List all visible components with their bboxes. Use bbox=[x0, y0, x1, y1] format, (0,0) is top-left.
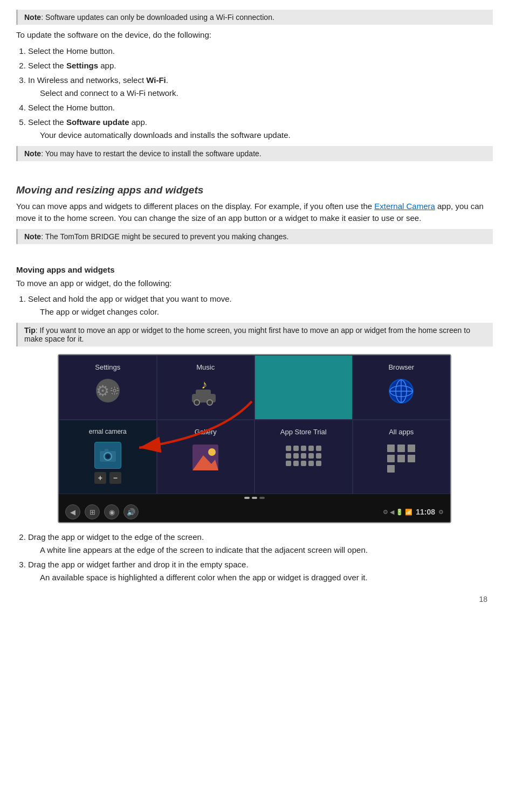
grid-cell-appstore: App Store Trial bbox=[254, 420, 353, 494]
dot-4 bbox=[308, 446, 314, 451]
music-label: Music bbox=[162, 363, 250, 371]
ind-dot-3 bbox=[259, 497, 265, 499]
update-intro: To update the software on the device, do… bbox=[16, 29, 493, 41]
dot-7 bbox=[293, 453, 299, 459]
restart-note: Note: You may have to restart the device… bbox=[16, 146, 493, 161]
restart-note-text: : You may have to restart the device to … bbox=[41, 149, 262, 158]
moving-apps-sub-heading: Moving apps and widgets bbox=[16, 265, 493, 274]
device-screenshot: Settings bbox=[58, 354, 451, 523]
restart-note-label: Note bbox=[24, 149, 41, 158]
svg-point-23 bbox=[106, 454, 110, 459]
status-extra: ⚙ bbox=[438, 509, 444, 516]
update-step-1: Select the Home button. bbox=[28, 45, 493, 58]
grid-cell-music: Music ♪ bbox=[157, 355, 255, 420]
grid-cell-allapps: All apps bbox=[353, 420, 451, 494]
grid-cell-settings: Settings bbox=[59, 355, 157, 420]
gallery-svg bbox=[192, 445, 218, 470]
wifi-note: Note: Software updates can only be downl… bbox=[16, 10, 493, 25]
home-btn[interactable]: ⊞ bbox=[85, 504, 100, 519]
allapps-icon bbox=[387, 445, 415, 473]
status-right: ⚙ ◀ 🔋 📶 11:08 ⚙ bbox=[383, 508, 444, 516]
svg-rect-3 bbox=[114, 386, 115, 388]
app-sq-3 bbox=[408, 445, 415, 452]
grid-cell-camera: ernal camera + − bbox=[59, 420, 157, 494]
browser-svg bbox=[389, 379, 414, 404]
app-sq-4 bbox=[387, 455, 395, 462]
dot-10 bbox=[316, 453, 321, 459]
music-icon: ♪ bbox=[189, 379, 222, 407]
dot-6 bbox=[286, 453, 291, 459]
appstore-label: App Store Trial bbox=[259, 428, 348, 436]
gallery-icon bbox=[192, 445, 218, 472]
tip-label: Tip bbox=[24, 326, 36, 335]
app-sq-7 bbox=[387, 465, 395, 473]
dot-12 bbox=[293, 461, 299, 466]
app-sq-9 bbox=[408, 465, 415, 473]
app-sq-8 bbox=[397, 465, 405, 473]
settings-icon bbox=[96, 379, 120, 402]
move-steps: Select and hold the app or widget that y… bbox=[28, 293, 493, 318]
svg-text:♪: ♪ bbox=[202, 379, 208, 391]
camera-icon bbox=[94, 442, 121, 469]
dot-8 bbox=[301, 453, 306, 459]
dot-3 bbox=[301, 446, 306, 451]
status-icons: ⚙ ◀ 🔋 📶 bbox=[383, 509, 412, 516]
grid-cell-gallery: Gallery bbox=[157, 420, 255, 494]
move-sub-intro: To move an app or widget, do the followi… bbox=[16, 277, 493, 290]
camera-label: ernal camera bbox=[64, 428, 152, 435]
bridge-note-text: : The TomTom BRIDGE might be secured to … bbox=[41, 232, 288, 241]
device-grid-container: Settings bbox=[59, 355, 450, 494]
svg-point-14 bbox=[207, 400, 212, 405]
move-step-1: Select and hold the app or widget that y… bbox=[28, 293, 493, 318]
svg-rect-4 bbox=[114, 393, 115, 394]
browser-icon bbox=[389, 379, 414, 404]
move-step-3: Drag the app or widget farther and drop … bbox=[28, 558, 493, 584]
allapps-label: All apps bbox=[357, 428, 446, 436]
plus-minus-buttons: + − bbox=[94, 472, 121, 484]
wifi-note-text: : Software updates can only be downloade… bbox=[41, 13, 274, 22]
software-update-bold: Software update bbox=[66, 117, 129, 127]
minus-btn: − bbox=[109, 472, 121, 484]
software-update-sub: Your device automatically downloads and … bbox=[40, 129, 493, 142]
appstore-icon bbox=[286, 446, 321, 466]
tip-text: : If you want to move an app or widget t… bbox=[24, 326, 470, 343]
wifi-bold: Wi-Fi bbox=[146, 75, 166, 85]
dot-14 bbox=[308, 461, 314, 466]
wifi-note-label: Note bbox=[24, 13, 41, 22]
svg-point-27 bbox=[208, 448, 216, 456]
svg-point-2 bbox=[113, 390, 115, 392]
svg-point-13 bbox=[194, 400, 200, 405]
ind-dot-1 bbox=[244, 497, 250, 499]
dot-15 bbox=[316, 461, 321, 466]
back-btn[interactable]: ◀ bbox=[65, 504, 80, 519]
bridge-note-label: Note bbox=[24, 232, 41, 241]
update-step-3: In Wireless and networks, select Wi-Fi.S… bbox=[28, 74, 493, 100]
wifi-sub: Select and connect to a Wi-Fi network. bbox=[40, 87, 493, 100]
external-camera-link[interactable]: External Camera bbox=[374, 202, 435, 211]
browser-label: Browser bbox=[357, 363, 446, 371]
dot-2 bbox=[293, 446, 299, 451]
grid-cell-empty-teal bbox=[254, 355, 353, 420]
svg-rect-6 bbox=[117, 390, 119, 391]
move-step-2-sub: A white line appears at the edge of the … bbox=[40, 544, 493, 557]
update-step-5: Select the Software update app.Your devi… bbox=[28, 116, 493, 142]
dot-11 bbox=[286, 461, 291, 466]
status-left-buttons: ◀ ⊞ ◉ 🔊 bbox=[65, 504, 139, 519]
update-step-4: Select the Home button. bbox=[28, 101, 493, 114]
app-sq-2 bbox=[397, 445, 405, 452]
dot-9 bbox=[308, 453, 314, 459]
volume-btn[interactable]: 🔊 bbox=[123, 504, 139, 519]
camera-btn[interactable]: ◉ bbox=[104, 504, 119, 519]
dot-5 bbox=[316, 446, 321, 451]
app-sq-1 bbox=[387, 445, 395, 452]
bridge-note: Note: The TomTom BRIDGE might be secured… bbox=[16, 229, 493, 244]
app-sq-6 bbox=[408, 455, 415, 462]
status-time: 11:08 bbox=[416, 508, 435, 516]
update-steps: Select the Home button. Select the Setti… bbox=[28, 45, 493, 142]
camera-svg bbox=[99, 448, 117, 463]
settings-svg bbox=[109, 380, 120, 401]
move-section-heading: Moving and resizing apps and widgets bbox=[16, 184, 493, 196]
move-step-3-sub: An available space is highlighted a diff… bbox=[40, 571, 493, 584]
app-sq-5 bbox=[397, 455, 405, 462]
dot-1 bbox=[286, 446, 291, 451]
